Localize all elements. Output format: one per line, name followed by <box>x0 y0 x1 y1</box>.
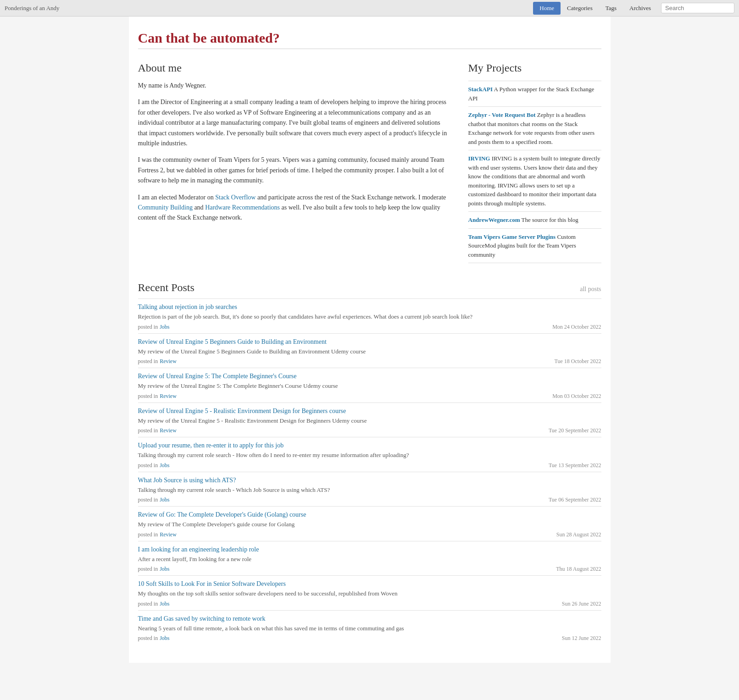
post-date-1: Tue 18 October 2022 <box>555 358 601 365</box>
about-p3: I was the community owner of Team Vipers… <box>138 155 450 186</box>
project-link-4[interactable]: Team Vipers Game Server Plugins <box>468 233 556 240</box>
post-excerpt-3: My review of the Unreal Engine 5 - Reali… <box>138 416 601 425</box>
post-category-5[interactable]: Jobs <box>160 496 169 503</box>
post-excerpt-2: My review of the Unreal Engine 5: The Co… <box>138 381 601 391</box>
post-item-5: What Job Source is using which ATS? Talk… <box>138 472 601 507</box>
projects-section: My Projects StackAPI A Python wrapper fo… <box>468 62 601 263</box>
hero-title: Can that be automated? <box>138 30 601 46</box>
about-heading: About me <box>138 62 450 74</box>
post-title-link-8[interactable]: 10 Soft Skills to Look For in Senior Sof… <box>138 580 601 588</box>
page-wrapper: Can that be automated? About me My name … <box>129 17 611 663</box>
post-date-9: Sun 12 June 2022 <box>562 635 601 642</box>
post-category-2[interactable]: Review <box>160 393 177 400</box>
posted-in-label-8: posted in <box>138 601 158 607</box>
hardware-recommendations-link[interactable]: Hardware Recommendations <box>205 204 280 211</box>
recent-posts-header: Recent Posts all posts <box>138 281 601 294</box>
post-meta-6: posted in Review Sun 28 August 2022 <box>138 531 601 538</box>
post-item-1: Review of Unreal Engine 5 Beginners Guid… <box>138 333 601 368</box>
search-input[interactable] <box>661 3 734 13</box>
post-item-9: Time and Gas saved by switching to remot… <box>138 610 601 645</box>
post-category-6[interactable]: Review <box>160 531 177 538</box>
posted-in-label-0: posted in <box>138 324 158 331</box>
post-item-7: I am looking for an engineering leadersh… <box>138 541 601 576</box>
about-text: My name is Andy Wegner. I am the Directo… <box>138 81 450 223</box>
posted-in-label-5: posted in <box>138 496 158 503</box>
project-link-3[interactable]: AndrewWegner.com <box>468 216 520 223</box>
site-brand: Ponderings of an Andy <box>5 5 60 12</box>
post-category-7[interactable]: Jobs <box>160 566 169 573</box>
post-category-0[interactable]: Jobs <box>160 324 169 331</box>
post-title-link-1[interactable]: Review of Unreal Engine 5 Beginners Guid… <box>138 338 601 346</box>
post-excerpt-5: Talking through my current role search -… <box>138 485 601 495</box>
post-title-link-9[interactable]: Time and Gas saved by switching to remot… <box>138 615 601 623</box>
nav-links: Home Categories Tags Archives <box>533 2 734 15</box>
post-title-link-5[interactable]: What Job Source is using which ATS? <box>138 477 601 484</box>
post-item-6: Review of Go: The Complete Developer's G… <box>138 506 601 541</box>
posted-in-label-1: posted in <box>138 358 158 365</box>
post-title-link-6[interactable]: Review of Go: The Complete Developer's G… <box>138 511 601 518</box>
post-excerpt-7: After a recent layoff, I'm looking for a… <box>138 555 601 564</box>
post-title-link-4[interactable]: Upload your resume, then re-enter it to … <box>138 442 601 449</box>
recent-posts-heading: Recent Posts <box>138 281 194 294</box>
posted-in-label-3: posted in <box>138 427 158 434</box>
post-meta-4: posted in Jobs Tue 13 September 2022 <box>138 462 601 469</box>
post-meta-5: posted in Jobs Tue 06 September 2022 <box>138 496 601 503</box>
stack-overflow-link[interactable]: Stack Overflow <box>215 194 256 201</box>
community-building-link[interactable]: Community Building <box>138 204 193 211</box>
nav-home[interactable]: Home <box>533 2 561 15</box>
post-excerpt-4: Talking through my current role search -… <box>138 451 601 460</box>
post-excerpt-1: My review of the Unreal Engine 5 Beginne… <box>138 347 601 356</box>
post-meta-2: posted in Review Mon 03 October 2022 <box>138 393 601 400</box>
two-col-layout: About me My name is Andy Wegner. I am th… <box>138 62 601 263</box>
post-excerpt-6: My review of The Complete Developer's gu… <box>138 520 601 529</box>
post-meta-0: posted in Jobs Mon 24 October 2022 <box>138 324 601 331</box>
post-title-link-2[interactable]: Review of Unreal Engine 5: The Complete … <box>138 373 601 380</box>
posted-in-label-9: posted in <box>138 635 158 642</box>
nav-tags[interactable]: Tags <box>599 2 623 15</box>
post-excerpt-9: Nearing 5 years of full time remote, a l… <box>138 624 601 633</box>
project-item-0: StackAPI A Python wrapper for the Stack … <box>468 81 601 107</box>
hero-divider <box>138 49 601 49</box>
nav-archives[interactable]: Archives <box>623 2 657 15</box>
post-category-9[interactable]: Jobs <box>160 635 169 642</box>
project-desc-2: IRVING is a system built to integrate di… <box>468 155 600 207</box>
nav-categories[interactable]: Categories <box>561 2 599 15</box>
project-item-3: AndrewWegner.com The source for this blo… <box>468 212 601 229</box>
project-item-1: Zephyr - Vote Request Bot Zephyr is a he… <box>468 107 601 150</box>
about-p1: My name is Andy Wegner. <box>138 81 450 91</box>
post-meta-9: posted in Jobs Sun 12 June 2022 <box>138 635 601 642</box>
project-link-2[interactable]: IRVING <box>468 155 490 162</box>
project-item-2: IRVING IRVING is a system built to integ… <box>468 150 601 212</box>
post-item-3: Review of Unreal Engine 5 - Realistic En… <box>138 402 601 437</box>
post-date-5: Tue 06 September 2022 <box>549 496 601 503</box>
about-p2: I am the Director of Engineering at a sm… <box>138 97 450 149</box>
post-category-8[interactable]: Jobs <box>160 601 169 607</box>
post-title-link-7[interactable]: I am looking for an engineering leadersh… <box>138 546 601 553</box>
post-meta-7: posted in Jobs Thu 18 August 2022 <box>138 566 601 573</box>
post-category-4[interactable]: Jobs <box>160 462 169 469</box>
post-date-0: Mon 24 October 2022 <box>552 324 601 331</box>
projects-heading: My Projects <box>468 62 601 74</box>
post-meta-3: posted in Review Tue 20 September 2022 <box>138 427 601 434</box>
post-item-0: Talking about rejection in job searches … <box>138 298 601 333</box>
post-date-3: Tue 20 September 2022 <box>549 427 601 434</box>
post-title-link-3[interactable]: Review of Unreal Engine 5 - Realistic En… <box>138 408 601 415</box>
post-category-1[interactable]: Review <box>160 358 177 365</box>
about-section: About me My name is Andy Wegner. I am th… <box>138 62 450 263</box>
post-excerpt-8: My thoughts on the top soft skills senio… <box>138 589 601 598</box>
posted-in-label-4: posted in <box>138 462 158 469</box>
post-title-link-0[interactable]: Talking about rejection in job searches <box>138 303 601 311</box>
all-posts-link[interactable]: all posts <box>580 286 601 293</box>
post-date-7: Thu 18 August 2022 <box>556 566 601 573</box>
project-link-0[interactable]: StackAPI <box>468 86 493 93</box>
post-meta-1: posted in Review Tue 18 October 2022 <box>138 358 601 365</box>
about-p4: I am an elected Moderator on Stack Overf… <box>138 193 450 223</box>
post-meta-8: posted in Jobs Sun 26 June 2022 <box>138 601 601 607</box>
post-date-4: Tue 13 September 2022 <box>549 462 601 469</box>
post-category-3[interactable]: Review <box>160 427 177 434</box>
project-item-4: Team Vipers Game Server Plugins Custom S… <box>468 229 601 264</box>
posted-in-label-7: posted in <box>138 566 158 573</box>
post-excerpt-0: Rejection is part of the job search. But… <box>138 312 601 321</box>
project-link-1[interactable]: Zephyr - Vote Request Bot <box>468 111 536 118</box>
post-item-2: Review of Unreal Engine 5: The Complete … <box>138 368 601 402</box>
